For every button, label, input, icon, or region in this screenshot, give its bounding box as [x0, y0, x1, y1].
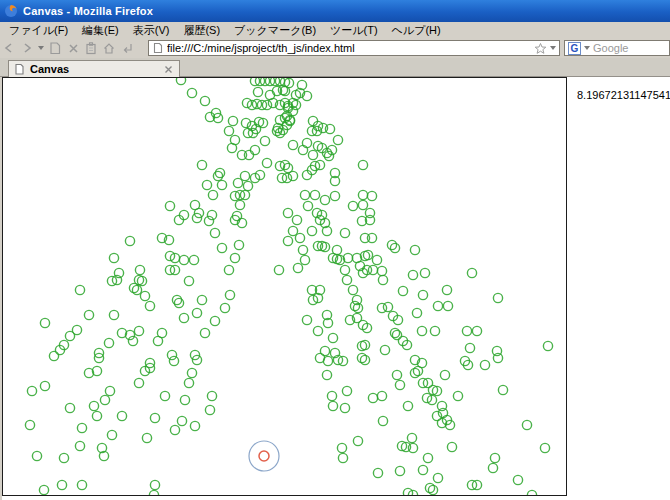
url-dropdown-icon[interactable] [550, 46, 556, 50]
tab-strip: Canvas [0, 58, 670, 77]
chevron-down-icon [38, 46, 44, 50]
menu-tools[interactable]: ツール(T) [324, 22, 386, 39]
page-content: 8.19672131147541 [0, 77, 670, 500]
tab-label: Canvas [30, 63, 158, 75]
paste-button[interactable] [82, 40, 100, 56]
google-logo-icon[interactable]: G [568, 42, 581, 55]
bullet-layer [3, 78, 566, 495]
home-icon [102, 41, 116, 55]
menu-history[interactable]: 履歴(S) [177, 22, 228, 39]
stop-button[interactable] [64, 40, 82, 56]
menu-view[interactable]: 表示(V) [127, 22, 178, 39]
page-icon [14, 63, 25, 75]
back-button[interactable] [0, 40, 18, 56]
clipboard-icon [84, 41, 98, 55]
forward-button[interactable] [18, 40, 36, 56]
chevron-right-icon [21, 42, 33, 54]
search-box[interactable]: G Google [564, 40, 670, 56]
menu-bookmarks[interactable]: ブックマーク(B) [228, 22, 324, 39]
game-canvas[interactable] [2, 77, 567, 496]
undo-arrow-icon [120, 41, 134, 55]
window-title: Canvas - Mozilla Firefox [23, 5, 153, 17]
undo-button[interactable] [118, 40, 136, 56]
navigation-toolbar: file:///C:/mine/jsproject/th_js/index.ht… [0, 38, 670, 58]
browser-window: Canvas - Mozilla Firefox ファイル(F) 編集(E) 表… [0, 0, 670, 500]
search-engine-dropdown-icon[interactable] [584, 46, 590, 50]
tab-canvas[interactable]: Canvas [8, 60, 180, 77]
history-dropdown-button[interactable] [36, 40, 46, 56]
page-icon [152, 42, 164, 54]
menu-help[interactable]: ヘルプ(H) [386, 22, 449, 39]
menu-bar: ファイル(F) 編集(E) 表示(V) 履歴(S) ブックマーク(B) ツール(… [0, 22, 670, 38]
firefox-icon [4, 4, 18, 18]
url-text: file:///C:/mine/jsproject/th_js/index.ht… [167, 42, 531, 54]
chevron-left-icon [3, 42, 15, 54]
menu-file[interactable]: ファイル(F) [3, 22, 76, 39]
page-icon [48, 41, 62, 55]
score-text: 8.19672131147541 [577, 89, 670, 101]
new-page-button[interactable] [46, 40, 64, 56]
tab-close-icon[interactable] [163, 64, 174, 75]
search-placeholder: Google [593, 42, 628, 54]
menu-edit[interactable]: 編集(E) [76, 22, 127, 39]
bookmark-star-icon[interactable] [534, 42, 547, 55]
title-bar: Canvas - Mozilla Firefox [0, 0, 670, 22]
url-bar[interactable]: file:///C:/mine/jsproject/th_js/index.ht… [148, 40, 560, 56]
close-icon [67, 42, 80, 55]
home-button[interactable] [100, 40, 118, 56]
